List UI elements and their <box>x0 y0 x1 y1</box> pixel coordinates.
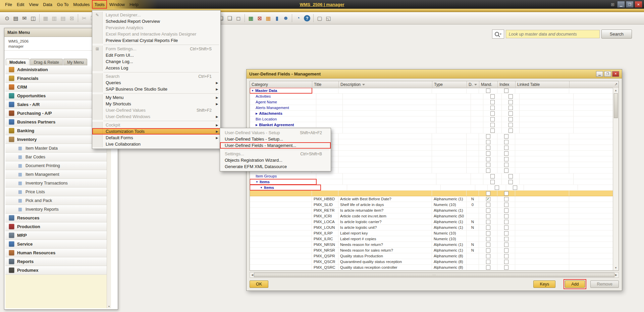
category-cell[interactable] <box>250 253 312 259</box>
mand-checkbox[interactable] <box>486 254 490 258</box>
index-checkbox[interactable] <box>504 157 508 161</box>
mand-checkbox[interactable] <box>490 123 495 127</box>
index-checkbox[interactable] <box>504 151 508 156</box>
udf-minimize-button[interactable]: ▁ <box>596 71 603 77</box>
category-cell[interactable] <box>250 259 312 264</box>
grid-red-icon[interactable]: ⊠ <box>255 14 264 22</box>
tools-menu-item-my-menu[interactable]: My Menu▶ <box>92 94 220 101</box>
index-checkbox[interactable] <box>508 100 513 104</box>
menu-go-to[interactable]: Go To <box>55 0 71 9</box>
category-cell[interactable]: Item Groups <box>250 173 316 179</box>
category-cell[interactable] <box>250 225 312 230</box>
field-row-pmx-loun[interactable]: PMX_LOUNIs article logistic unit?Alphanu… <box>250 225 613 230</box>
tools-menu-item-edit-form-ui[interactable]: Edit Form UI... <box>92 52 220 58</box>
category-cell[interactable] <box>250 230 312 236</box>
splitter-grip[interactable]: ∙∙∙ <box>432 273 436 277</box>
mand-checkbox[interactable] <box>495 186 499 190</box>
sidebar-item-production[interactable]: Production <box>5 222 107 231</box>
mand-checkbox[interactable] <box>486 237 490 241</box>
category-cell[interactable]: ▼Master Data <box>250 88 312 93</box>
category-row-blanket-agreement[interactable]: ▶Blanket Agreement <box>250 122 613 128</box>
mand-checkbox[interactable] <box>490 128 495 133</box>
field-row-pmx-ilrp[interactable]: PMX_ILRPLabel report keyNumeric (10) <box>250 230 613 236</box>
sidebar-item-crm[interactable]: CRM <box>5 83 107 92</box>
tools-menu-item-live-collaboration[interactable]: Live Collaboration <box>92 141 220 147</box>
scroll-up-icon[interactable]: ▲ <box>613 89 619 92</box>
field-row-pmx-icri[interactable]: PMX_ICRIArticle code not inv.ret.itemAlp… <box>250 213 613 219</box>
table-vertical-scrollbar[interactable]: ▲ ▼ <box>613 88 619 270</box>
sidebar-item-mrp[interactable]: MRP <box>5 231 107 240</box>
index-checkbox[interactable] <box>504 260 508 264</box>
minimize-button[interactable]: ▁ <box>617 1 625 8</box>
sidebar-item-sales-a-r[interactable]: Sales - A/R <box>5 100 107 109</box>
column-header-title[interactable]: Title <box>312 81 339 88</box>
mand-checkbox[interactable] <box>486 203 490 207</box>
collapse-icon[interactable]: ▼ <box>251 89 254 92</box>
index-checkbox[interactable] <box>504 220 508 224</box>
print-preview-icon[interactable]: ◫ <box>29 14 38 22</box>
index-checkbox[interactable] <box>504 237 508 241</box>
sidebar-item-administration[interactable]: Administration <box>5 65 107 74</box>
mand-checkbox[interactable] <box>490 94 495 99</box>
mand-checkbox[interactable] <box>486 157 490 161</box>
category-cell[interactable] <box>250 202 312 207</box>
udf-restore-button[interactable]: ❐ <box>604 71 611 77</box>
scroll-down-icon[interactable]: ▼ <box>613 266 619 269</box>
sidebar-item-item-management[interactable]: ▦Item Management <box>5 170 107 179</box>
category-cell[interactable] <box>250 236 312 242</box>
tools-menu-item-my-shortcuts[interactable]: My Shortcuts▶ <box>92 101 220 107</box>
index-checkbox[interactable] <box>504 203 508 207</box>
expand-icon[interactable]: ▶ <box>256 123 258 126</box>
window-tile-icon[interactable]: ◱ <box>324 14 333 22</box>
category-cell[interactable] <box>250 265 312 270</box>
sidebar-item-document-printing[interactable]: ▦Document Printing <box>5 161 107 170</box>
menu-data[interactable]: Data <box>41 0 54 9</box>
email-icon[interactable]: ✉ <box>20 14 29 22</box>
submenu-item-user-defined-tables-setup[interactable]: User-Defined Tables - Setup... <box>220 136 331 142</box>
column-header-d[interactable]: D. <box>467 81 479 88</box>
mand-checkbox[interactable] <box>490 180 495 184</box>
field-row-pmx-nrsn[interactable]: PMX_NRSNNeeds reason for return?Alphanum… <box>250 242 613 248</box>
find-document-icon[interactable]: ⊙ <box>3 14 11 22</box>
tools-menu-item-scheduled-report-overview[interactable]: Scheduled Report Overview <box>92 18 220 24</box>
mand-checkbox[interactable] <box>486 163 490 167</box>
tools-menu-item-queries[interactable]: Queries▶ <box>92 80 220 86</box>
sidebar-item-human-resources[interactable]: Human Resources <box>5 249 107 257</box>
submenu-item-objects-registration-wizard[interactable]: Objects Registration Wizard... <box>220 157 331 163</box>
tools-menu-item-layout-designer[interactable]: ✎Layout Designer... <box>92 12 220 18</box>
tools-menu-item-sap-business-one-studio-suite[interactable]: SAP Business One Studio Suite▶ <box>92 86 220 92</box>
index-checkbox[interactable] <box>513 186 517 190</box>
table-horizontal-scrollbar[interactable]: ◀ ∙∙∙ ▶ <box>250 272 619 278</box>
message-window-icon[interactable]: ◻ <box>234 14 243 22</box>
index-checkbox[interactable] <box>508 123 513 127</box>
tools-menu-item-excel-report-and-interactive-analysis-designer[interactable]: Excel Report and Interactive Analysis De… <box>92 31 220 37</box>
category-cell[interactable] <box>250 219 312 224</box>
column-header-type[interactable]: Type <box>432 81 467 88</box>
tools-menu-item-form-settings[interactable]: ⊞Form Settings...Ctrl+Shift+S <box>92 46 220 52</box>
search-scope-button[interactable]: ▾ <box>492 30 504 39</box>
mand-checkbox[interactable] <box>486 191 490 196</box>
mand-checkbox[interactable] <box>486 220 490 224</box>
tools-menu-item-change-log[interactable]: Change Log... <box>92 58 220 65</box>
index-checkbox[interactable] <box>504 254 508 258</box>
field-row-pmx-ilrc[interactable]: PMX_ILRCLabel report # copiesNumeric (10… <box>250 236 613 242</box>
column-header-mand[interactable]: Mand. <box>479 81 498 88</box>
category-cell[interactable] <box>250 196 312 202</box>
category-row-activities[interactable]: Activities <box>250 94 613 99</box>
mand-checkbox[interactable] <box>486 265 490 270</box>
filter-icon[interactable] <box>474 84 477 86</box>
sidebar-item-pick-and-pack[interactable]: ▦Pick and Pack <box>5 196 107 205</box>
keys-button[interactable]: Keys <box>533 280 555 288</box>
mand-checkbox[interactable] <box>490 111 495 116</box>
global-search-input[interactable] <box>506 30 600 38</box>
category-cell[interactable]: ▶Attachments <box>250 111 316 116</box>
index-checkbox[interactable] <box>504 163 508 167</box>
sidebar-item-opportunities[interactable]: Opportunities <box>5 92 107 100</box>
expand-table-icon[interactable]: ↗ <box>614 82 618 87</box>
submenu-item-settings[interactable]: Settings...Ctrl+Shift+B <box>220 151 331 157</box>
selected-empty-row[interactable] <box>250 191 613 196</box>
mand-checkbox[interactable] <box>490 100 495 104</box>
tab-my-menu[interactable]: My Menu <box>63 59 87 65</box>
index-checkbox[interactable] <box>504 248 508 253</box>
index-checkbox[interactable] <box>504 168 508 173</box>
